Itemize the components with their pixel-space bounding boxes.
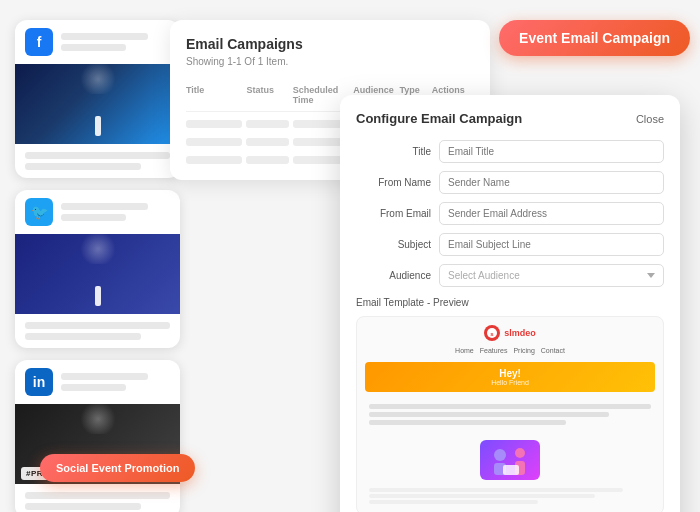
body-line — [369, 420, 566, 425]
line-placeholder — [61, 384, 126, 391]
t-line — [369, 494, 595, 498]
modal-close-button[interactable]: Close — [636, 113, 664, 125]
template-bottom-lines — [365, 488, 655, 506]
template-hero: Hey! Hello Friend — [365, 362, 655, 392]
twitter-card: 🐦 — [15, 190, 180, 348]
row-cell — [246, 120, 288, 128]
linkedin-card-lines — [61, 373, 170, 391]
social-event-promotion-badge: Social Event Promotion — [40, 454, 195, 482]
label-from-name: From Name — [356, 177, 431, 188]
facebook-icon: f — [25, 28, 53, 56]
stage-person — [95, 286, 101, 306]
template-body — [365, 400, 655, 432]
template-preview: s slmdeo Home Features Pricing Contact H… — [356, 316, 664, 512]
input-email-title[interactable] — [439, 140, 664, 163]
template-logo-icon: s — [484, 325, 500, 341]
t-line — [369, 488, 623, 492]
configure-email-campaign-modal: Configure Email Campaign Close Title Fro… — [340, 95, 680, 512]
col-status: Status — [246, 85, 288, 105]
event-email-campaign-badge: Event Email Campaign — [499, 20, 690, 56]
email-campaigns-title: Email Campaigns — [186, 36, 474, 52]
svg-point-4 — [515, 448, 525, 458]
line-placeholder — [25, 322, 170, 329]
stage-light — [78, 64, 118, 94]
twitter-card-bottom — [15, 314, 180, 348]
line-placeholder — [25, 152, 170, 159]
facebook-card-image — [15, 64, 180, 144]
label-audience: Audience — [356, 270, 431, 281]
svg-rect-6 — [503, 465, 519, 475]
t-line — [369, 500, 538, 504]
input-from-name[interactable] — [439, 171, 664, 194]
select-audience[interactable]: Select Audience — [439, 264, 664, 287]
label-subject: Subject — [356, 239, 431, 250]
facebook-card-lines — [61, 33, 170, 51]
input-subject[interactable] — [439, 233, 664, 256]
twitter-card-image — [15, 234, 180, 314]
twitter-card-lines — [61, 203, 170, 221]
label-from-email: From Email — [356, 208, 431, 219]
form-row-audience: Audience Select Audience — [356, 264, 664, 287]
line-placeholder — [61, 203, 148, 210]
line-placeholder — [25, 163, 141, 170]
line-placeholder — [25, 492, 170, 499]
social-cards-area: f 🐦 — [0, 10, 190, 512]
stage-person — [95, 116, 101, 136]
row-cell — [246, 138, 288, 146]
body-line — [369, 404, 651, 409]
input-from-email[interactable] — [439, 202, 664, 225]
line-placeholder — [61, 33, 148, 40]
line-placeholder — [61, 214, 126, 221]
template-nav-bar: Home Features Pricing Contact — [455, 347, 565, 354]
nav-item-features: Features — [480, 347, 508, 354]
form-row-subject: Subject — [356, 233, 664, 256]
line-placeholder — [25, 503, 141, 510]
stage-light — [78, 404, 118, 434]
linkedin-card-header: in — [15, 360, 180, 404]
modal-header: Configure Email Campaign Close — [356, 111, 664, 126]
nav-item-contact: Contact — [541, 347, 565, 354]
template-figure — [480, 440, 540, 480]
form-row-from-name: From Name — [356, 171, 664, 194]
nav-item-pricing: Pricing — [513, 347, 534, 354]
linkedin-card-bottom — [15, 484, 180, 512]
email-template-section: Email Template - Preview s slmdeo Home F… — [356, 297, 664, 512]
svg-point-2 — [494, 449, 506, 461]
nav-item-home: Home — [455, 347, 474, 354]
row-cell — [186, 156, 242, 164]
body-line — [369, 412, 609, 417]
linkedin-icon: in — [25, 368, 53, 396]
label-title: Title — [356, 146, 431, 157]
line-placeholder — [61, 44, 126, 51]
line-placeholder — [61, 373, 148, 380]
row-cell — [246, 156, 288, 164]
template-hero-text: Hey! — [375, 368, 645, 379]
facebook-card-bottom — [15, 144, 180, 178]
template-logo: s slmdeo — [484, 325, 536, 341]
template-illustration — [480, 440, 540, 480]
email-campaigns-subtitle: Showing 1-1 Of 1 Item. — [186, 56, 474, 67]
twitter-card-header: 🐦 — [15, 190, 180, 234]
template-hero-subtext: Hello Friend — [375, 379, 645, 386]
stage-light — [78, 234, 118, 264]
form-row-from-email: From Email — [356, 202, 664, 225]
facebook-card: f — [15, 20, 180, 178]
modal-title: Configure Email Campaign — [356, 111, 522, 126]
form-row-title: Title — [356, 140, 664, 163]
line-placeholder — [25, 333, 141, 340]
twitter-icon: 🐦 — [25, 198, 53, 226]
facebook-card-header: f — [15, 20, 180, 64]
row-cell — [186, 120, 242, 128]
template-section-label: Email Template - Preview — [356, 297, 664, 308]
template-logo-text: slmdeo — [504, 328, 536, 338]
col-title: Title — [186, 85, 242, 105]
linkedin-card: in #PRODUCTCON — [15, 360, 180, 512]
row-cell — [186, 138, 242, 146]
